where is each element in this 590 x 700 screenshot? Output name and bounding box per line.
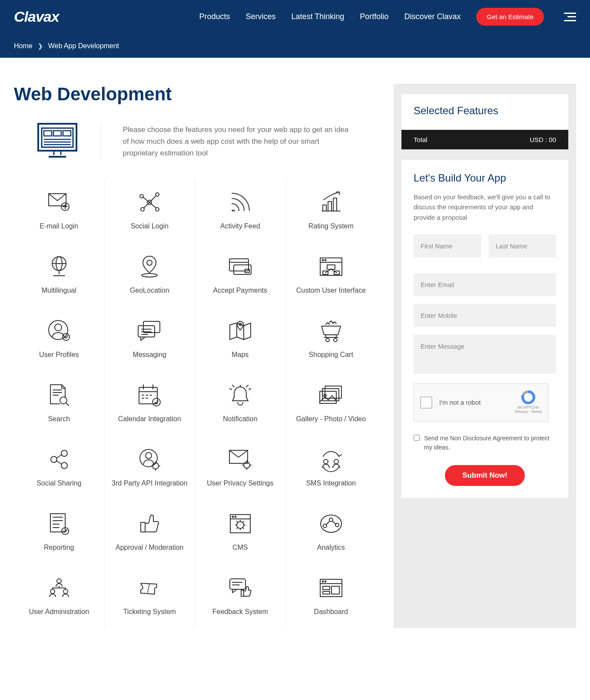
credit-card-icon [199,254,281,279]
feature-api-integration[interactable]: 3rd Party API Integration [105,435,196,499]
svg-rect-147 [331,586,339,594]
svg-point-80 [152,398,160,406]
feature-social-sharing[interactable]: Social Sharing [14,435,105,499]
map-icon [199,319,281,343]
recaptcha-checkbox[interactable] [420,396,432,409]
feature-maps[interactable]: Maps [195,307,286,371]
feature-approval[interactable]: Approval / Moderation [105,499,196,564]
svg-line-121 [237,522,238,522]
svg-rect-2 [44,131,52,136]
svg-point-48 [49,320,68,340]
logo[interactable]: Clavax [14,8,59,25]
feature-activity-feed[interactable]: Activity Feed [195,178,286,242]
hamburger-menu-icon[interactable] [564,13,576,21]
svg-point-115 [235,516,236,518]
svg-point-92 [146,452,152,459]
svg-point-133 [63,589,68,594]
svg-line-124 [237,528,238,528]
nav-discover[interactable]: Discover Clavax [404,12,461,21]
feature-label: Maps [232,351,249,358]
feature-search[interactable]: Search [14,371,105,435]
svg-rect-26 [328,201,331,211]
feature-privacy-settings[interactable]: User Privacy Settings [195,435,286,499]
chat-icon [109,319,191,343]
first-name-input[interactable] [414,234,481,258]
nav-portfolio[interactable]: Portfolio [360,12,388,21]
last-name-input[interactable] [489,234,556,258]
feature-analytics[interactable]: Analytics [286,499,377,564]
feature-reporting[interactable]: Reporting [14,499,105,564]
svg-rect-25 [323,205,326,211]
feature-email-login[interactable]: E-mail Login [14,178,105,242]
mail-icon [18,190,100,215]
location-pin-icon [109,254,191,279]
recaptcha-logo-icon: reCAPTCHA Privacy - Terms [515,391,542,414]
feature-social-login[interactable]: Social Login [105,178,196,242]
feature-rating-system[interactable]: Rating System [286,178,377,242]
email-input[interactable] [414,273,556,296]
svg-line-129 [326,521,330,525]
feature-label: User Profiles [39,351,79,358]
get-estimate-button[interactable]: Get an Estimate [476,8,544,26]
svg-rect-139 [230,579,245,589]
layout-icon [290,254,372,279]
user-gear-icon [109,447,191,472]
monitor-icon [36,122,79,161]
svg-point-34 [142,274,157,277]
feature-feedback[interactable]: Feedback System [195,564,286,628]
selected-features-title: Selected Features [414,105,556,117]
feature-geolocation[interactable]: GeoLocation [105,242,196,307]
svg-point-87 [51,456,57,462]
svg-line-123 [243,522,244,522]
svg-rect-106 [50,514,65,532]
build-app-form: Let's Build Your App Based on your feedb… [401,160,568,498]
svg-point-50 [63,333,70,340]
feature-label: SMS Integration [306,479,356,487]
submit-button[interactable]: Submit Now! [445,465,525,486]
svg-point-42 [325,260,326,261]
feature-label: CMS [232,544,248,551]
analytics-icon [290,512,372,536]
features-grid: E-mail Login Social Login Activity Feed … [14,178,376,628]
feature-gallery[interactable]: Gallery - Photo / Video [286,371,377,435]
svg-point-88 [61,462,67,469]
recaptcha[interactable]: I'm not a robot reCAPTCHA Privacy - Term… [414,383,548,422]
feature-shopping-cart[interactable]: Shopping Cart [286,307,377,371]
feature-ticketing[interactable]: Ticketing System [105,564,196,628]
feature-cms[interactable]: CMS [195,499,286,564]
breadcrumb-home[interactable]: Home [14,42,33,50]
org-chart-icon [18,576,100,600]
svg-line-90 [56,461,62,464]
feature-accept-payments[interactable]: Accept Payments [195,242,286,307]
cms-icon [199,512,281,536]
feature-calendar[interactable]: Calendar Integration [105,371,196,435]
nda-checkbox[interactable] [414,435,420,441]
svg-line-130 [332,521,336,524]
feature-user-profiles[interactable]: User Profiles [14,307,105,371]
breadcrumb-current: Web App Development [48,42,119,50]
feature-sms-integration[interactable]: SMS Integration [286,435,377,499]
svg-line-23 [149,202,156,208]
nav-services[interactable]: Services [246,12,276,21]
mobile-input[interactable] [414,304,556,327]
feature-notification[interactable]: Notification [195,371,286,435]
feature-dashboard[interactable]: Dashboard [286,564,377,628]
feature-custom-ui[interactable]: Custom User Interface [286,242,377,307]
feature-user-admin[interactable]: User Administration [14,564,105,628]
nav-latest-thinking[interactable]: Latest Thinking [292,12,345,21]
feature-label: Custom User Interface [296,287,366,294]
sync-users-icon [290,447,372,472]
nav-products[interactable]: Products [199,12,230,21]
message-input[interactable] [414,335,556,374]
feature-messaging[interactable]: Messaging [105,307,196,371]
page-title: Web Development [14,84,376,105]
feature-label: Shopping Cart [309,351,353,358]
feature-label: Approval / Moderation [116,544,184,551]
feature-multilingual[interactable]: Multilingual [14,242,105,307]
selected-features-panel: Selected Features Total USD : 00 [401,94,568,149]
svg-rect-3 [53,131,61,136]
bell-icon [199,383,281,407]
mail-gear-icon [199,447,281,472]
feature-label: Social Sharing [36,479,81,487]
svg-point-41 [322,260,323,261]
